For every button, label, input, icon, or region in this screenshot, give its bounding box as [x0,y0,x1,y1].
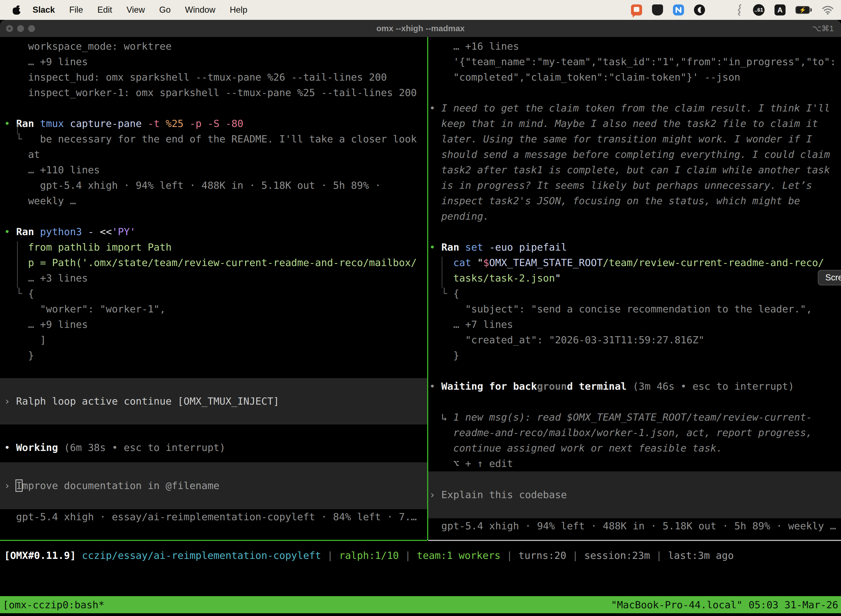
terminal-line: └ { [428,286,841,301]
apple-menu-icon[interactable] [13,5,21,15]
battery-percent-icon[interactable]: ..61 [753,4,765,16]
terminal-line: "completed","claim_token":"claim-token"}… [428,70,841,85]
terminal-line: } [428,348,841,363]
screen-overlay-chip[interactable]: Scre [818,270,841,285]
dark-crescent-icon[interactable] [694,4,705,15]
terminal-line [428,85,841,100]
text-segment: session:23m [584,550,650,561]
text-segment: [OMX#0.11.9] [4,550,76,561]
terminal-line: cat "$OMX_TEAM_STATE_ROOT/team/review-cu… [428,255,841,270]
terminal-line: • Ran python3 - <<'PY' [0,224,427,239]
menu-item-edit[interactable]: Edit [97,5,112,15]
keyboard-shield-icon[interactable] [652,4,663,15]
text-segment: python3 [40,226,82,238]
prompt-input-left[interactable]: › Improve documentation in @filename [0,462,427,509]
terminal-line: later. Using the same for transition mig… [428,131,841,147]
chat-app-icon[interactable] [631,4,642,15]
terminal-line: ⌥ + ↑ edit [428,456,841,471]
terminal-line: p = Path('.omx/state/team/review-current… [0,255,427,270]
omx-hud: [OMX#0.11.9] cczip/essay/ai-reimplementa… [0,548,841,563]
text-segment: inspect_worker-1: omx sparkshell --tmux-… [4,87,417,98]
menu-item-slack[interactable]: Slack [32,5,55,15]
pane-border-bottom-left [0,540,427,541]
terminal-line: └ { [0,286,427,301]
text-segment: (3m 46s • esc to interrupt) [627,381,794,392]
terminal-line: … +110 lines [0,162,427,178]
prompt-input-right-text: › Explain this codebase [428,487,567,503]
terminal-line: '{"team_name":"my-team","task_id":"1","f… [428,54,841,70]
text-segment: └ [4,288,28,299]
battery-charging-icon[interactable]: ⚡ [796,6,812,14]
text-segment: "subject": "send a concise recommendatio… [429,303,812,315]
text-segment: tmux [40,118,64,129]
terminal-line: at [0,147,427,162]
window-title-bar: omx --xhigh --madmax ⌥⌘1 [0,20,841,37]
text-segment: { [28,288,34,299]
menu-item-help[interactable]: Help [230,5,248,15]
dots-grid-icon[interactable] [715,4,726,15]
squiggle-icon[interactable] [736,4,743,16]
blue-zigzag-icon[interactable] [673,4,684,15]
text-segment: • [429,242,435,253]
text-segment: I need to get the claim token from the c… [441,103,830,114]
text-segment: ⌥ + ↑ edit [429,458,513,469]
left-pane-output: workspace_mode: worktree … +9 lines insp… [0,39,427,363]
text-segment: … +9 lines [4,56,88,67]
text-segment: … +9 lines [4,319,88,330]
terminal-line: … +3 lines [0,270,427,286]
terminal-line: inspect task2's JSON, focusing on the st… [428,193,841,209]
text-segment: gpt-5.4 xhigh · essay/ai-reimplementatio… [4,511,417,522]
menu-status-icons: ..61 A ⚡ [631,4,841,16]
prompt-placeholder: mprove documentation in @filename [22,480,219,491]
text-segment: " [555,273,561,284]
terminal-line: tasks/task-2.json" [428,270,841,286]
menu-item-file[interactable]: File [69,5,83,15]
text-segment: › [4,396,16,407]
terminal-pane-right[interactable]: … +16 lines '{"team_name":"my-team","tas… [428,39,841,534]
prompt-input-right[interactable]: › Explain this codebase [428,471,841,518]
menu-item-window[interactable]: Window [185,5,215,15]
terminal-line: continue assigned work or next feasible … [428,440,841,456]
text-segment: | [399,550,417,561]
terminal-line: inspect_worker-1: omx sparkshell --tmux-… [0,85,427,100]
text-segment [34,226,40,238]
text-segment: readme-and-reco/mailbox/worker-1.json, a… [429,427,812,438]
menu-item-go[interactable]: Go [159,5,170,15]
text-segment: Waiting for back [441,381,537,392]
text-segment: team:1 workers [417,550,501,561]
text-segment: workspace_mode: worktree [4,41,171,52]
text-segment: ↳ [429,412,453,423]
text-segment: └ [4,133,22,145]
terminal-line: readme-and-reco/mailbox/worker-1.json, a… [428,425,841,440]
text-segment: gpt-5.4 xhigh · 94% left · 488K in · 5.1… [429,520,836,532]
terminal-line: "worker": "worker-1", [0,301,427,317]
menu-item-view[interactable]: View [126,5,145,15]
terminal-line [428,224,841,239]
text-segment: } [429,350,459,361]
inject-banner: › Ralph loop active continue [OMX_TMUX_I… [0,378,427,424]
text-segment: last:3m ago [668,550,734,561]
text-segment: continue assigned work or next feasible … [429,442,722,454]
wifi-icon[interactable] [822,5,834,15]
text-segment: | [321,550,339,561]
text-segment: $ [483,257,489,268]
text-segment: /team/review-current-readme-and-reco/ [603,257,824,268]
terminal-pane-left[interactable]: workspace_mode: worktree … +9 lines insp… [0,39,427,525]
terminal-line: } [0,348,427,363]
terminal-line: … +16 lines [428,39,841,54]
text-segment: "created_at": "2026-03-31T11:59:27.816Z" [429,334,705,346]
text-segment: Ralph loop active continue [OMX_TMUX_INJ… [16,396,279,407]
text-segment: set [465,242,483,253]
pane-divider-vertical[interactable] [427,37,428,540]
text-segment: | [501,550,519,561]
text-segment: › [429,489,441,500]
terminal-window: workspace_mode: worktree … +9 lines insp… [0,37,841,616]
text-segment: be necessary for the end of the README. … [22,133,417,145]
terminal-line: • Ran set -euo pipefail [428,239,841,255]
terminal-line: pending. [428,209,841,224]
input-source-icon[interactable]: A [775,4,785,15]
terminal-line: "created_at": "2026-03-31T11:59:27.816Z" [428,332,841,348]
text-segment: - [82,226,94,238]
tree-connector [442,257,442,288]
text-segment: Ran [16,118,34,129]
